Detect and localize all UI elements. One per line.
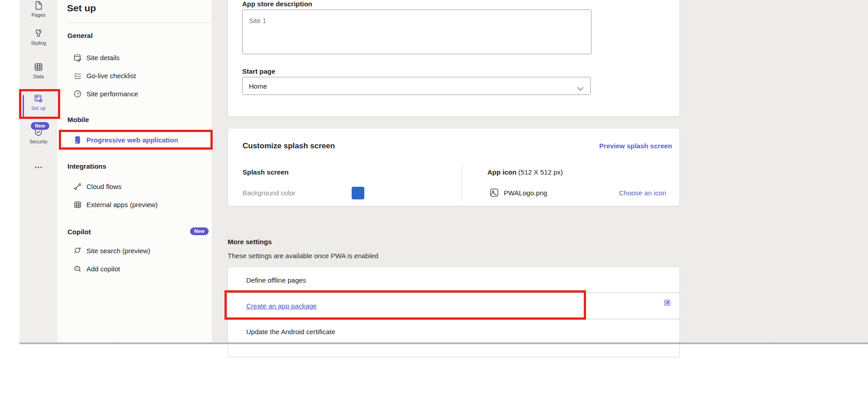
start-page-value: Home — [249, 82, 267, 90]
selected-indicator-bar — [23, 95, 24, 118]
divider — [66, 23, 211, 23]
sidebar-item-label: Go-live checklist — [86, 72, 136, 80]
pwa-form-card: App store description Site 1 Start page … — [228, 0, 680, 117]
apps-grid-icon — [72, 199, 82, 209]
flow-icon — [72, 181, 82, 191]
preview-splash-screen-link[interactable]: Preview splash screen — [599, 142, 672, 150]
sidebar-item-progressive-web-application[interactable]: Progressive web application — [57, 131, 212, 149]
background-color-swatch[interactable] — [352, 187, 364, 199]
section-heading-general: General — [67, 31, 93, 40]
sidebar-item-external-apps[interactable]: External apps (preview) — [57, 195, 212, 213]
sidebar-item-label: Site details — [86, 54, 119, 61]
checklist-icon — [72, 71, 82, 80]
sidebar-item-label: Add copilot — [86, 265, 120, 273]
rail-more-button[interactable] — [19, 162, 57, 175]
chevron-down-icon — [577, 85, 584, 93]
splash-screen-label: Splash screen — [243, 168, 289, 176]
sidebar-item-site-search[interactable]: Site search (preview) — [57, 241, 212, 260]
more-ellipsis-icon — [33, 162, 44, 173]
setup-window-gear-icon — [33, 93, 44, 104]
description-label: App store description — [242, 0, 312, 9]
app-icon-size: (512 X 512 px) — [516, 168, 563, 176]
sidebar-item-cloud-flows[interactable]: Cloud flows — [57, 177, 212, 195]
choose-an-icon-link[interactable]: Choose an icon — [619, 189, 666, 197]
sidebar-item-label: External apps (preview) — [86, 201, 158, 208]
bot-add-icon — [72, 264, 82, 274]
rail-item-label: Styling — [31, 40, 46, 46]
start-page-select[interactable]: Home — [242, 77, 591, 95]
sidebar-item-label: Site performance — [86, 90, 138, 98]
phone-icon — [72, 135, 82, 145]
more-settings-title: More settings — [228, 238, 272, 246]
sidebar-item-label: Progressive web application — [86, 136, 178, 144]
rail-item-setup[interactable]: Set up — [19, 93, 57, 118]
search-sparkle-icon — [72, 246, 82, 255]
rail-item-label: Pages — [31, 12, 45, 18]
site-details-icon — [72, 52, 82, 62]
gauge-icon — [72, 89, 82, 99]
image-file-icon — [489, 188, 499, 199]
rail-item-data[interactable]: Data — [19, 61, 57, 87]
section-heading-copilot: Copilot — [67, 227, 91, 236]
app-icon-label: App icon (512 X 512 px) — [487, 168, 563, 176]
row-label: Define offline pages — [246, 276, 306, 284]
row-create-app-package[interactable]: Create an app package — [228, 293, 679, 318]
page-icon — [33, 0, 44, 11]
data-table-icon — [33, 61, 44, 72]
new-badge: New — [31, 122, 49, 130]
sidebar-item-label: Site search (preview) — [86, 247, 150, 255]
start-page-label: Start page — [242, 67, 275, 76]
rail-item-label: Security — [29, 139, 48, 144]
sidebar-item-label: Cloud flows — [86, 183, 122, 190]
sidebar-item-site-performance[interactable]: Site performance — [57, 85, 212, 103]
splash-screen-card: Customize splash screen Preview splash s… — [228, 128, 680, 206]
background-color-label: Background color — [243, 189, 296, 197]
column-divider — [461, 164, 462, 201]
section-heading-integrations: Integrations — [67, 162, 106, 171]
sidebar-item-add-copilot[interactable]: Add copilot — [57, 260, 212, 278]
create-app-package-link[interactable]: Create an app package — [246, 302, 317, 310]
rail-item-styling[interactable]: Styling — [19, 28, 57, 53]
rail-item-label: Data — [33, 74, 43, 79]
more-settings-subtitle: These settings are available once PWA is… — [228, 252, 378, 260]
power-pages-setup-screen: Pages Styling Data Set up New — [0, 0, 868, 402]
icon-rail: Pages Styling Data Set up New — [19, 0, 57, 343]
row-update-android-certificate[interactable]: Update the Android certificate — [228, 319, 679, 344]
app-store-description-input[interactable]: Site 1 — [242, 9, 591, 54]
row-define-offline-pages[interactable]: Define offline pages — [228, 267, 679, 293]
main-content: App store description Site 1 Start page … — [212, 0, 868, 343]
sidebar-item-go-live-checklist[interactable]: Go-live checklist — [57, 66, 212, 85]
sidebar-item-site-details[interactable]: Site details — [57, 48, 212, 66]
section-heading-mobile: Mobile — [67, 115, 89, 124]
rail-item-pages[interactable]: Pages — [19, 0, 57, 25]
setup-sidebar: Set up General Site details Go-live chec… — [57, 0, 212, 343]
new-badge: New — [190, 227, 209, 235]
open-in-new-icon[interactable] — [664, 299, 671, 308]
page-title: Set up — [67, 3, 96, 14]
rail-item-security[interactable]: New Security — [19, 127, 57, 152]
window-bottom-edge — [19, 342, 868, 344]
rail-item-label: Set up — [31, 105, 46, 111]
card-title: Customize splash screen — [243, 142, 335, 151]
row-label: Update the Android certificate — [246, 328, 335, 336]
app-icon-filename: PWALogo.png — [504, 189, 547, 197]
paintbrush-icon — [33, 28, 44, 39]
app-icon-label-bold: App icon — [487, 168, 516, 176]
